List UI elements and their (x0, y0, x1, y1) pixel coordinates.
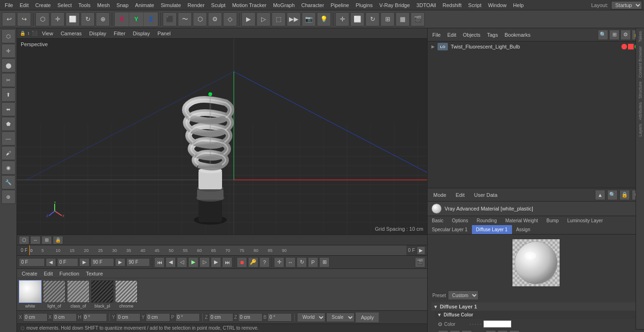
menu-character[interactable]: Character (298, 1, 327, 9)
tl-extra1[interactable]: ✛ (274, 257, 284, 267)
color-copy-btn[interactable]: 📋 (486, 330, 496, 332)
obj-menu-edit[interactable]: Edit (445, 31, 459, 39)
material-white[interactable]: white (19, 280, 41, 308)
mat-tab-bump[interactable]: Bump (542, 216, 563, 225)
color-radio[interactable]: ⊙ (438, 321, 442, 327)
tl-extra2[interactable]: ↔ (285, 257, 296, 267)
menu-motion-tracker[interactable]: Motion Tracker (229, 1, 269, 9)
frame-end-input2[interactable] (126, 258, 150, 267)
nurbs-tool-button[interactable]: ⬡ (193, 12, 207, 26)
vp-menu-display[interactable]: Display (86, 30, 109, 37)
layout-select[interactable]: Startup (611, 1, 642, 9)
sidebar-select-btn[interactable]: ⬡ (1, 29, 16, 43)
color-tool-2[interactable]: G (450, 330, 460, 332)
menu-mograph[interactable]: MoGraph (270, 1, 297, 9)
render-frame-button[interactable]: ▷ (256, 12, 271, 26)
material-black-pl[interactable]: black_pl (91, 280, 114, 308)
menu-pipeline[interactable]: Pipeline (328, 1, 352, 9)
mat-tab-options[interactable]: Options (447, 216, 472, 225)
tl-film-strip[interactable]: 🎬 (415, 257, 425, 267)
camera-button[interactable]: 📷 (302, 12, 316, 26)
far-tab-takes[interactable]: Takes (637, 29, 644, 44)
menu-edit[interactable]: Edit (17, 1, 32, 9)
material-chrome[interactable]: chrome (115, 280, 138, 308)
render-all-button[interactable]: ▶▶ (287, 12, 301, 26)
bulb-3d-object[interactable] (144, 62, 276, 235)
rotate2-button[interactable]: ↻ (365, 12, 380, 26)
color-paste-btn[interactable]: 📎 (497, 330, 508, 332)
spline-tool-button[interactable]: 〜 (178, 12, 192, 26)
tl-prev-frame[interactable]: ◀ (165, 257, 176, 267)
axis-y-button[interactable]: Y (129, 12, 143, 26)
vp-menu-panel[interactable]: Panel (155, 30, 173, 37)
move2-button[interactable]: ✛ (335, 12, 349, 26)
apply-button[interactable]: Apply (355, 312, 379, 323)
grid-button[interactable]: ▦ (396, 12, 410, 26)
field-tool-button[interactable]: ◇ (223, 12, 237, 26)
mat-tab-rounding[interactable]: Rounding (472, 216, 501, 225)
render-view-button[interactable]: ▶ (241, 12, 256, 26)
attr-up-btn[interactable]: ▲ (595, 190, 605, 200)
scale-select[interactable]: Scale (326, 313, 355, 322)
sidebar-magnet-btn[interactable]: 🔧 (1, 175, 16, 189)
sidebar-knife-btn[interactable]: ✂ (1, 73, 16, 87)
menu-tools[interactable]: Tools (75, 1, 93, 9)
menu-create[interactable]: Create (33, 1, 54, 9)
frame-end-input1[interactable] (91, 258, 114, 267)
free-move-button[interactable]: ⊕ (96, 12, 110, 26)
vp-bottom-icon3[interactable]: ⊞ (41, 236, 52, 244)
preset-select[interactable]: Custom (448, 291, 479, 300)
attr-edit[interactable]: Edit (452, 191, 469, 199)
tl-record[interactable]: ⏺ (237, 257, 247, 267)
coord-z-input[interactable] (209, 313, 233, 322)
color-pipette-btn[interactable]: 💉 (509, 330, 520, 332)
mat-menu-function[interactable]: Function (57, 270, 82, 277)
diffuse-layer-header[interactable]: ▼ Diffuse Layer 1 (431, 302, 640, 311)
mat-menu-create[interactable]: Create (19, 270, 40, 277)
sidebar-poly-btn[interactable]: ⬟ (1, 117, 16, 131)
undo-button[interactable]: ↩ (2, 12, 16, 26)
coord-h-input[interactable] (83, 313, 107, 322)
timeline-track[interactable]: 0 5 10 15 20 25 30 35 40 45 50 55 60 65 … (29, 245, 406, 256)
rotate-tool-button[interactable]: ↻ (81, 12, 95, 26)
menu-help[interactable]: Help (510, 1, 527, 9)
mat-tab-assign[interactable]: Assign (512, 225, 535, 234)
sidebar-smooth-btn[interactable]: ◉ (1, 161, 16, 175)
sidebar-edge-btn[interactable]: — (1, 131, 16, 146)
far-tab-attributes[interactable]: Attributes (637, 100, 644, 122)
tl-next-keyframe[interactable]: ▷ (199, 257, 210, 267)
main-viewport[interactable]: X Y Z (17, 39, 427, 235)
menu-vray[interactable]: V-Ray Bridge (377, 1, 413, 9)
render-region-button[interactable]: ⬚ (272, 12, 286, 26)
light-button[interactable]: 💡 (317, 12, 331, 26)
menu-snap[interactable]: Snap (114, 1, 132, 9)
vp-menu-filter[interactable]: Filter (111, 30, 128, 37)
obj-menu-tags[interactable]: Tags (484, 31, 501, 39)
tl-extra5[interactable]: ⊞ (319, 257, 330, 267)
coord-x1-input[interactable] (52, 313, 77, 322)
menu-select[interactable]: Select (55, 1, 75, 9)
mat-menu-texture[interactable]: Texture (83, 270, 106, 277)
menu-window[interactable]: Window (485, 1, 509, 9)
far-tab-content[interactable]: Content Browser (637, 44, 644, 80)
timeline-end-btn[interactable]: ▶ (417, 246, 425, 255)
material-class-of[interactable]: class_of (67, 280, 90, 308)
attr-mode[interactable]: Mode (429, 191, 450, 199)
sidebar-move-btn[interactable]: ✛ (1, 44, 16, 58)
color-swatch-white[interactable] (483, 320, 512, 328)
vp-bottom-icon2[interactable]: ↔ (30, 236, 41, 244)
mat-tab-weight[interactable]: Material Weight (501, 216, 542, 225)
material-light-of[interactable]: light_of (43, 280, 66, 308)
coord-z1-input[interactable] (238, 313, 263, 322)
obj-settings-btn[interactable]: ⚙ (620, 30, 631, 40)
deform-tool-button[interactable]: ⚙ (208, 12, 222, 26)
attr-lock-btn[interactable]: 🔒 (619, 190, 630, 200)
coord-b-input[interactable] (267, 313, 292, 322)
menu-file[interactable]: File (2, 1, 16, 9)
menu-sculpt[interactable]: Sculpt (208, 1, 229, 9)
menu-animate[interactable]: Animate (132, 1, 157, 9)
object-row-bulb[interactable]: ▶ LO Twist_Fluorescent_Light_Bulb (428, 41, 644, 52)
tl-skip-end[interactable]: ⏭ (222, 257, 232, 267)
menu-3dtoall[interactable]: 3DTOAll (413, 1, 438, 9)
move-tool-button[interactable]: ✛ (50, 12, 65, 26)
